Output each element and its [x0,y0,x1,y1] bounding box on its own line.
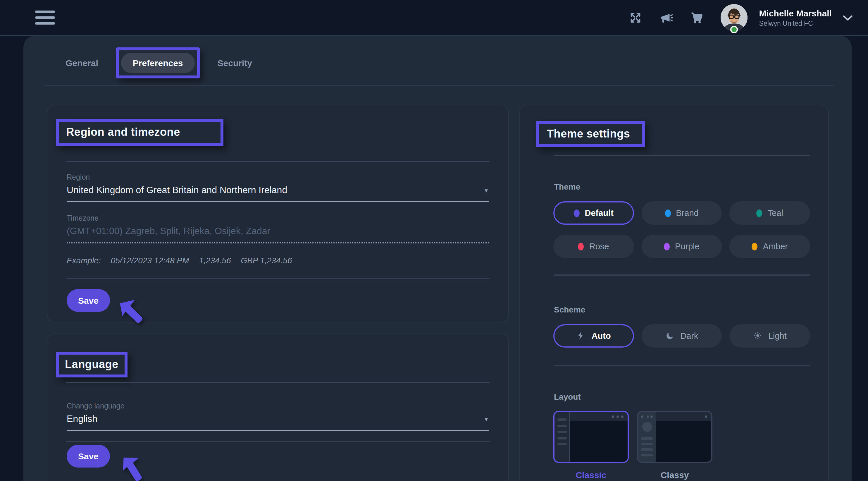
theme-color-dot [664,243,670,250]
region-label: Region [67,173,489,181]
user-name: Michelle Marshall [759,8,832,19]
theme-options: Default Brand Teal Rose Purple [553,201,810,258]
theme-option-label: Default [585,208,614,218]
thumb-main [570,412,628,462]
scheme-option-light[interactable]: Light [730,324,810,347]
timezone-field: Timezone (GMT+01:00) Zagreb, Split, Rije… [67,214,489,243]
example-label: Example: [67,256,101,265]
topbar-right: Michelle Marshall Selwyn United FC [614,4,856,31]
layout-option-classy[interactable] [637,411,712,463]
language-card: Language Change language English ▼ Save [47,334,509,481]
layout-option-classic[interactable] [553,411,629,463]
theme-option-teal[interactable]: Teal [730,201,810,225]
example-datetime: 05/12/2023 12:48 PM [111,256,189,265]
layout-label-classic[interactable]: Classic [553,470,629,480]
cart-icon[interactable] [688,9,705,26]
example-number: 1,234.56 [199,256,231,265]
menu-icon[interactable] [35,10,55,25]
section-divider [554,365,810,366]
annotation-box-region-heading: Region and timezone [56,119,223,146]
layout-option-labels: Classic Classy [553,470,828,480]
footer-divider [66,441,490,442]
user-avatar[interactable] [721,4,747,31]
save-region-button[interactable]: Save [67,289,110,311]
heading-divider [66,382,490,383]
annotation-box-language-heading: Language [56,352,127,378]
scheme-options: Auto Dark Light [553,324,810,347]
chevron-down-icon[interactable] [839,9,856,26]
region-value: United Kingdom of Great Britain and Nort… [67,185,287,196]
tab-general[interactable]: General [54,53,110,73]
announcements-megaphone-icon[interactable] [657,9,675,26]
language-value: English [67,414,97,424]
theme-option-label: Amber [763,242,788,251]
moon-icon [665,331,675,340]
scheme-label: Scheme [554,305,828,314]
theme-color-dot [578,243,584,250]
theme-option-label: Purple [675,242,700,251]
dropdown-caret-icon: ▼ [484,187,489,193]
format-example-row: Example: 05/12/2023 12:48 PM 1,234.56 GB… [67,256,489,265]
tabs-divider [44,85,834,86]
tutorial-cursor-arrow [118,298,145,326]
theme-option-label: Brand [676,208,699,218]
theme-option-label: Rose [589,242,609,251]
user-org: Selwyn United FC [759,20,832,27]
scheme-option-label: Light [768,331,787,340]
sun-icon [753,331,763,340]
layout-label: Layout [554,392,828,401]
annotation-box-preferences: Preferences [116,48,200,79]
timezone-label: Timezone [67,214,489,222]
theme-option-label: Teal [768,208,783,218]
topbar: Michelle Marshall Selwyn United FC [0,0,868,36]
section-divider [554,274,810,275]
region-select[interactable]: United Kingdom of Great Britain and Nort… [67,185,489,202]
theme-color-dot [756,209,763,217]
language-field: Change language English ▼ [67,402,489,431]
region-timezone-card: Region and timezone Region United Kingdo… [47,105,509,323]
heading-divider [554,155,810,156]
user-block[interactable]: Michelle Marshall Selwyn United FC [759,8,832,27]
region-field: Region United Kingdom of Great Britain a… [67,173,489,202]
timezone-placeholder: (GMT+01:00) Zagreb, Split, Rijeka, Osije… [67,226,270,236]
timezone-select[interactable]: (GMT+01:00) Zagreb, Split, Rijeka, Osije… [67,226,489,243]
online-status-dot [730,26,738,33]
thumb-avatar [642,422,652,432]
theme-option-default[interactable]: Default [553,201,634,225]
theme-settings-card: Theme settings Theme Default Brand Teal [519,105,829,481]
footer-divider [66,278,490,279]
tab-security[interactable]: Security [206,53,264,73]
region-card-title: Region and timezone [66,126,180,139]
thumb-sidebar [555,412,570,462]
bolt-icon [577,331,586,340]
thumb-main [656,412,711,462]
settings-panel: General Preferences Security Region and … [23,36,851,481]
scheme-option-auto[interactable]: Auto [553,324,634,347]
save-language-button[interactable]: Save [67,444,110,467]
tab-preferences[interactable]: Preferences [121,53,195,73]
layout-label-classy[interactable]: Classy [637,470,712,480]
theme-option-brand[interactable]: Brand [641,201,722,225]
theme-option-amber[interactable]: Amber [730,235,810,258]
fullscreen-icon[interactable] [627,9,645,26]
language-card-title: Language [65,358,119,371]
theme-card-title: Theme settings [547,127,630,141]
settings-tabs: General Preferences Security [54,48,264,79]
annotation-box-theme-heading: Theme settings [536,121,645,147]
theme-option-rose[interactable]: Rose [553,235,634,258]
dropdown-caret-icon: ▼ [484,416,489,422]
theme-label: Theme [554,182,828,191]
heading-divider [66,161,490,162]
change-language-label: Change language [67,402,489,410]
example-currency: GBP 1,234.56 [241,256,292,265]
theme-color-dot [574,209,580,217]
layout-options [553,411,828,463]
app-root: Michelle Marshall Selwyn United FC Gener… [0,0,868,481]
theme-color-dot [665,209,671,217]
theme-option-purple[interactable]: Purple [641,235,722,258]
language-select[interactable]: English ▼ [67,414,489,431]
tutorial-cursor-arrow [116,452,149,481]
theme-color-dot [752,243,758,250]
thumb-sidebar [638,412,656,462]
scheme-option-dark[interactable]: Dark [641,324,722,347]
